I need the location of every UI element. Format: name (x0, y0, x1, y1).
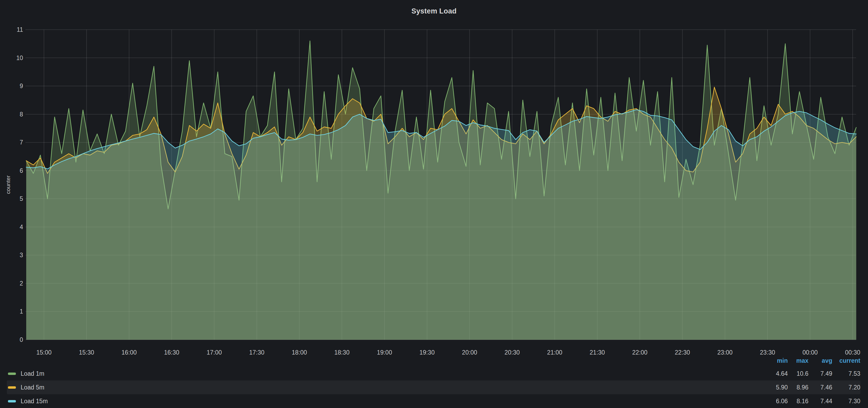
legend: min max avg current Load 1m 4.64 10.6 7.… (7, 354, 860, 408)
y-tick-label: 10 (16, 55, 23, 61)
y-tick-label: 3 (20, 251, 23, 259)
stat-load-5m-current: 7.20 (832, 384, 860, 391)
legend-label-load-1m[interactable]: Load 1m (21, 370, 44, 377)
y-tick-label: 0 (20, 336, 23, 343)
stat-load-5m-min: 5.90 (767, 384, 788, 391)
legend-stats-header-row: min max avg current (7, 354, 860, 367)
stat-load-1m-current: 7.53 (832, 370, 860, 377)
system-load-panel: System Load 0123456789101115:0015:3016:0… (0, 0, 868, 408)
legend-color-icon-load-1m[interactable] (8, 373, 16, 375)
legend-row-load-5m[interactable]: Load 5m 5.90 8.96 7.46 7.20 (7, 380, 860, 394)
y-tick-label: 11 (17, 26, 23, 33)
y-tick-label: 6 (20, 167, 23, 174)
timeseries-chart[interactable]: 0123456789101115:0015:3016:0016:3017:001… (0, 0, 868, 408)
y-tick-label: 4 (20, 224, 23, 231)
legend-row-load-1m[interactable]: Load 1m 4.64 10.6 7.49 7.53 (7, 367, 860, 380)
stats-header-current[interactable]: current (832, 357, 860, 364)
stat-load-1m-max: 10.6 (788, 370, 808, 377)
stat-load-1m-avg: 7.49 (808, 370, 832, 377)
stats-header-avg[interactable]: avg (808, 357, 832, 364)
stat-load-15m-current: 7.30 (832, 398, 860, 405)
stat-load-5m-avg: 7.46 (808, 384, 832, 391)
y-tick-label: 5 (20, 195, 23, 202)
y-tick-label: 9 (20, 82, 23, 90)
y-tick-label: 8 (20, 111, 23, 118)
y-tick-label: 2 (20, 280, 23, 287)
stat-load-5m-max: 8.96 (788, 384, 808, 391)
y-tick-label: 1 (20, 308, 23, 315)
legend-color-icon-load-5m[interactable] (8, 386, 16, 389)
y-tick-label: 7 (20, 139, 23, 146)
legend-row-load-15m[interactable]: Load 15m 6.06 8.16 7.44 7.30 (7, 394, 860, 408)
stat-load-15m-max: 8.16 (788, 398, 808, 405)
y-axis-unit-label: counter (5, 175, 11, 194)
stat-load-15m-min: 6.06 (767, 398, 788, 405)
series-area-load-15m (26, 110, 856, 340)
stat-load-15m-avg: 7.44 (808, 398, 832, 405)
legend-label-load-15m[interactable]: Load 15m (21, 398, 48, 405)
stats-header-min[interactable]: min (767, 357, 788, 364)
legend-label-load-5m[interactable]: Load 5m (21, 384, 44, 391)
stat-load-1m-min: 4.64 (767, 370, 788, 377)
stats-header-max[interactable]: max (788, 357, 808, 364)
legend-color-icon-load-15m[interactable] (8, 400, 16, 402)
